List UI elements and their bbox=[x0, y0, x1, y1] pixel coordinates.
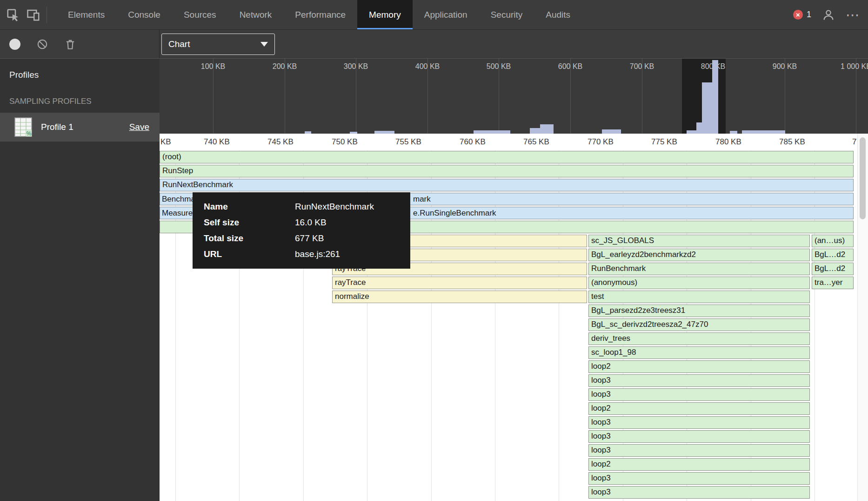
vertical-scrollbar[interactable] bbox=[857, 134, 868, 501]
overview-tick-label: 1 000 KB bbox=[841, 62, 868, 71]
overview-tick-label: 500 KB bbox=[487, 62, 511, 71]
flame-label-fragment: Measure bbox=[162, 207, 193, 219]
flame-row: (root) bbox=[160, 150, 857, 164]
flame-row: loop2 bbox=[160, 402, 857, 416]
scrollbar-thumb[interactable] bbox=[860, 137, 866, 219]
flame-label-fragment: e.RunSingleBenchmark bbox=[413, 207, 496, 219]
flame-frame[interactable]: BgL…d2 bbox=[812, 249, 854, 261]
ruler-tick-label: 770 KB bbox=[588, 137, 614, 147]
flame-frame[interactable]: normalize bbox=[332, 291, 587, 303]
flame-frame[interactable]: loop3 bbox=[588, 388, 810, 401]
user-icon[interactable] bbox=[821, 3, 836, 27]
tab-application[interactable]: Application bbox=[413, 0, 479, 29]
memory-overview[interactable]: 100 KB200 KB300 KB400 KB500 KB600 KB700 … bbox=[160, 59, 868, 134]
overview-tick-label: 400 KB bbox=[415, 62, 440, 71]
more-options-icon[interactable]: ⋯ bbox=[846, 8, 860, 22]
tab-elements[interactable]: Elements bbox=[56, 0, 116, 29]
tab-security[interactable]: Security bbox=[479, 0, 534, 29]
flame-frame[interactable]: (anonymous) bbox=[588, 277, 810, 289]
chevron-down-icon bbox=[260, 42, 268, 47]
flame-frame[interactable]: loop3 bbox=[588, 374, 810, 387]
memory-histogram-bar bbox=[687, 130, 696, 134]
flame-chart-pane: 100 KB200 KB300 KB400 KB500 KB600 KB700 … bbox=[160, 59, 868, 501]
tab-console[interactable]: Console bbox=[116, 0, 172, 29]
memory-histogram-bar bbox=[742, 130, 785, 134]
flame-frame[interactable]: loop3 bbox=[588, 472, 810, 485]
ruler-tick-label: 765 KB bbox=[523, 137, 549, 147]
flame-frame[interactable]: sc_JS_GLOBALS bbox=[588, 235, 810, 247]
error-count: 1 bbox=[807, 10, 811, 20]
flame-row: loop3 bbox=[160, 444, 857, 458]
tooltip-label: URL bbox=[204, 246, 295, 262]
flame-row: loop2 bbox=[160, 360, 857, 374]
profiles-sidebar: Profiles SAMPLING PROFILES % P bbox=[0, 59, 160, 501]
device-toolbar-icon[interactable] bbox=[23, 3, 44, 27]
flame-row: loop3 bbox=[160, 388, 857, 402]
flame-frame[interactable]: BgL_earleyzd2benchmarkzd2 bbox=[588, 249, 810, 261]
flame-frame[interactable]: test bbox=[588, 291, 810, 303]
error-badge[interactable]: × 1 bbox=[793, 10, 811, 20]
tooltip-row: URLbase.js:261 bbox=[204, 246, 399, 262]
tab-memory[interactable]: Memory bbox=[357, 0, 413, 29]
devtools-window: ElementsConsoleSourcesNetworkPerformance… bbox=[0, 0, 868, 501]
tab-performance[interactable]: Performance bbox=[283, 0, 357, 29]
sidebar-item-profile-1[interactable]: % Profile 1 Save bbox=[0, 113, 160, 142]
toolbar-right: × 1 ⋯ bbox=[793, 3, 860, 27]
flame-row: loop3 bbox=[160, 472, 857, 486]
flame-frame[interactable]: loop2 bbox=[588, 402, 810, 415]
flame-frame[interactable]: loop3 bbox=[588, 416, 810, 429]
flame-frame[interactable]: sc_loop1_98 bbox=[588, 346, 810, 359]
clear-button[interactable] bbox=[36, 38, 48, 50]
delete-profile-button[interactable] bbox=[64, 38, 76, 50]
overview-tick-label: 900 KB bbox=[773, 62, 797, 71]
tooltip-label: Self size bbox=[204, 215, 295, 230]
flame-row: loop3 bbox=[160, 430, 857, 444]
flame-frame[interactable]: BgL…d2 bbox=[812, 263, 854, 275]
flame-frame[interactable]: (root) bbox=[160, 151, 854, 163]
flame-frame[interactable]: loop3 bbox=[588, 430, 810, 443]
tooltip-row: NameRunNextBenchmark bbox=[204, 199, 399, 215]
tooltip: NameRunNextBenchmarkSelf size16.0 KBTota… bbox=[193, 192, 410, 269]
sidebar-title: Profiles bbox=[0, 59, 160, 80]
flame-frame[interactable]: (an…us) bbox=[812, 235, 854, 247]
flame-frame[interactable]: loop3 bbox=[588, 486, 810, 499]
memory-histogram-bar bbox=[474, 130, 510, 134]
tab-audits[interactable]: Audits bbox=[534, 0, 582, 29]
ruler-tick-label: 785 KB bbox=[779, 137, 805, 147]
flame-frame[interactable]: deriv_trees bbox=[588, 332, 810, 345]
flame-frame[interactable]: RunStep bbox=[160, 165, 854, 177]
flame-frame[interactable]: loop3 bbox=[588, 444, 810, 457]
flame-frame[interactable]: tra…yer bbox=[812, 277, 854, 289]
tooltip-label: Name bbox=[204, 199, 295, 215]
flame-frame[interactable]: rayTrace bbox=[332, 277, 587, 289]
profile-name: Profile 1 bbox=[41, 122, 73, 132]
memory-histogram-bar bbox=[374, 131, 394, 134]
record-button[interactable] bbox=[9, 39, 20, 50]
ruler-tick-label: 775 KB bbox=[651, 137, 677, 147]
ruler: KB740 KB745 KB750 KB755 KB760 KB765 KB77… bbox=[160, 134, 857, 150]
flame-frame[interactable]: BgL_sc_derivzd2treesza2_47z70 bbox=[588, 318, 810, 331]
view-mode-select[interactable]: Chart bbox=[161, 34, 275, 55]
save-profile-link[interactable]: Save bbox=[129, 122, 149, 132]
inspect-element-icon[interactable] bbox=[3, 3, 23, 27]
overview-tick-label: 100 KB bbox=[201, 62, 225, 71]
flame-row: loop3 bbox=[160, 374, 857, 388]
flame-row: BgL_sc_derivzd2treesza2_47z70 bbox=[160, 318, 857, 332]
flame-frame[interactable]: RunBenchmark bbox=[588, 263, 810, 275]
chart-controls: Chart bbox=[160, 30, 868, 58]
flame-frame[interactable]: loop2 bbox=[588, 458, 810, 471]
flame-frame[interactable]: RunNextBenchmark bbox=[160, 179, 854, 191]
svg-text:%: % bbox=[27, 130, 32, 137]
ruler-tick-label: 780 KB bbox=[715, 137, 741, 147]
memory-histogram-bar bbox=[530, 128, 540, 134]
tab-network[interactable]: Network bbox=[228, 0, 284, 29]
flame-row: sc_loop1_98 bbox=[160, 346, 857, 360]
tab-sources[interactable]: Sources bbox=[172, 0, 228, 29]
flame-frame[interactable]: loop2 bbox=[588, 360, 810, 373]
ruler-tick-label: 750 KB bbox=[332, 137, 358, 147]
flame-frame[interactable]: BgL_parsezd2ze3treesz31 bbox=[588, 305, 810, 317]
tooltip-label: Total size bbox=[204, 230, 295, 246]
overview-tick-label: 700 KB bbox=[630, 62, 654, 71]
flame-row: loop2 bbox=[160, 458, 857, 472]
flame-row: RunStep bbox=[160, 164, 857, 178]
